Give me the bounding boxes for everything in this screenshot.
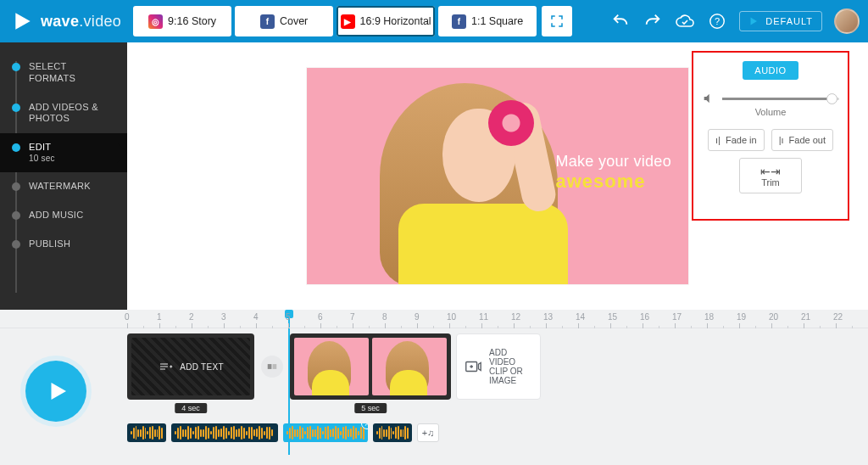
canvas-area: Make your video awesome AUDIO Volume ı| … <box>127 42 868 310</box>
crop-button[interactable] <box>542 6 572 36</box>
facebook-icon: f <box>452 14 466 29</box>
step-sublabel: 10 sec <box>29 154 55 165</box>
format-16-9-horizontal[interactable]: ▶ 16:9 Horizontal <box>337 6 435 36</box>
timeline: 012345678910111213141516171819202122 ADD… <box>0 310 868 465</box>
clip-1-duration: 4 sec <box>175 403 207 413</box>
clip-2[interactable]: 5 sec <box>290 333 451 400</box>
svg-rect-3 <box>273 364 277 369</box>
transition-button[interactable] <box>261 356 283 378</box>
step-label: ADD MUSIC <box>29 210 83 221</box>
overlay-line1: Make your video <box>555 153 671 171</box>
step-label: WATERMARK <box>29 181 91 193</box>
topbar: wave.video ◎ 9:16 Story f Cover ▶ 16:9 H… <box>0 0 868 42</box>
step-label: SELECT FORMATS <box>29 61 115 85</box>
play-logo-icon <box>12 10 34 32</box>
topbar-right: ? DEFAULT <box>610 8 860 34</box>
facebook-icon: f <box>260 14 275 29</box>
expand-icon <box>549 14 565 29</box>
format-label: 16:9 Horizontal <box>360 15 431 27</box>
svg-text:?: ? <box>715 16 720 26</box>
time-ruler[interactable]: 012345678910111213141516171819202122 <box>0 310 868 328</box>
volume-label: Volume <box>702 107 839 117</box>
brand-logo[interactable]: wave.video <box>12 10 121 32</box>
step-select-formats[interactable]: SELECT FORMATS <box>0 53 127 93</box>
youtube-icon: ▶ <box>341 14 355 29</box>
illustration-donut <box>488 100 534 146</box>
format-switcher: ◎ 9:16 Story f Cover ▶ 16:9 Horizontal f… <box>133 6 572 36</box>
volume-slider[interactable] <box>722 98 839 100</box>
redo-button[interactable] <box>643 11 663 31</box>
clip-2-thumb-b <box>372 338 447 395</box>
step-label: EDIT <box>29 142 51 152</box>
video-track: ADD TEXT 4 sec 5 sec ADD VIDEO CLIP OR I… <box>0 333 868 400</box>
add-clip-icon <box>464 357 482 376</box>
brand-text: wave.video <box>41 13 121 31</box>
add-clip-button[interactable]: ADD VIDEO CLIP OR IMAGE <box>456 333 541 400</box>
overlay-text[interactable]: Make your video awesome <box>555 153 671 193</box>
fade-out-label: Fade out <box>789 135 826 145</box>
audio-tab[interactable]: AUDIO <box>743 61 798 80</box>
fade-in-button[interactable]: ı| Fade in <box>708 129 765 151</box>
redo-icon <box>643 12 662 31</box>
step-label: ADD VIDEOS & PHOTOS <box>29 102 115 126</box>
play-icon <box>748 16 759 26</box>
step-sidebar: SELECT FORMATS ADD VIDEOS & PHOTOS EDIT1… <box>0 42 127 310</box>
add-audio-button[interactable]: +♫ <box>417 423 439 442</box>
step-watermark[interactable]: WATERMARK <box>0 172 127 201</box>
clip-2-duration: 5 sec <box>354 403 387 413</box>
trim-label: Trim <box>761 177 780 188</box>
instagram-icon: ◎ <box>148 14 163 29</box>
volume-row <box>702 92 839 105</box>
trim-button[interactable]: ⇤⇥ Trim <box>739 158 802 193</box>
audio-track: × 3 sec +♫ <box>0 423 868 442</box>
preview-default-button[interactable]: DEFAULT <box>739 11 822 31</box>
step-add-music[interactable]: ADD MUSIC <box>0 201 127 230</box>
fade-out-icon: |ı <box>779 135 784 145</box>
main-body: SELECT FORMATS ADD VIDEOS & PHOTOS EDIT1… <box>0 42 868 310</box>
format-label: Cover <box>280 15 308 27</box>
help-button[interactable]: ? <box>707 11 727 31</box>
svg-rect-2 <box>268 364 272 369</box>
transition-icon <box>266 361 278 373</box>
format-cover[interactable]: f Cover <box>235 6 333 36</box>
volume-fill <box>722 98 830 100</box>
trim-icon: ⇤⇥ <box>740 165 801 177</box>
overlay-line2: awesome <box>555 171 671 193</box>
big-play-button[interactable] <box>25 361 86 422</box>
cloud-save-button[interactable] <box>675 11 695 31</box>
fade-in-icon: ı| <box>715 135 721 145</box>
add-text-label: ADD TEXT <box>180 362 224 372</box>
add-text-button[interactable]: ADD TEXT <box>131 338 250 395</box>
add-clip-label: ADD VIDEO CLIP OR IMAGE <box>489 348 533 385</box>
undo-icon <box>611 12 630 31</box>
undo-button[interactable] <box>610 11 631 31</box>
step-label: PUBLISH <box>29 238 70 250</box>
step-publish[interactable]: PUBLISH <box>0 230 127 259</box>
step-add-videos[interactable]: ADD VIDEOS & PHOTOS <box>0 93 127 134</box>
help-icon: ? <box>708 12 726 31</box>
volume-icon <box>702 92 715 105</box>
audio-clip-4[interactable] <box>373 423 412 442</box>
default-label: DEFAULT <box>765 16 813 26</box>
clip-1[interactable]: ADD TEXT 4 sec <box>127 333 254 400</box>
fade-out-button[interactable]: |ı Fade out <box>771 129 833 151</box>
format-9-16-story[interactable]: ◎ 9:16 Story <box>133 6 231 36</box>
illustration-shirt <box>398 204 568 284</box>
volume-knob[interactable] <box>826 93 837 104</box>
audio-clip-1[interactable] <box>127 423 166 442</box>
play-icon <box>45 378 70 404</box>
fade-in-label: Fade in <box>726 135 757 145</box>
format-label: 9:16 Story <box>168 15 216 27</box>
format-1-1-square[interactable]: f 1:1 Square <box>438 6 537 36</box>
video-preview[interactable]: Make your video awesome <box>307 68 688 284</box>
add-text-icon <box>158 359 173 374</box>
format-label: 1:1 Square <box>471 15 523 27</box>
audio-panel: AUDIO Volume ı| Fade in |ı Fade out <box>692 51 849 221</box>
audio-clip-2[interactable] <box>171 423 278 442</box>
user-avatar[interactable] <box>834 8 860 34</box>
step-edit[interactable]: EDIT10 sec <box>0 133 127 172</box>
clip-2-thumb-a <box>294 338 369 395</box>
audio-clip-3-selected[interactable]: × 3 sec <box>283 423 368 442</box>
cloud-check-icon <box>675 11 695 31</box>
